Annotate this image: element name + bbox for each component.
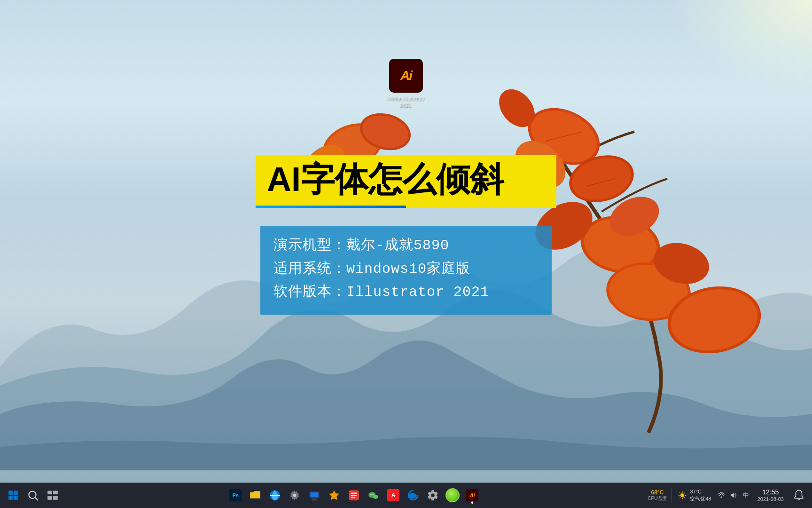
title-banner: AI字体怎么倾斜 [256, 155, 556, 208]
taskbar-illustrator-active[interactable]: Ai [463, 486, 482, 505]
clock-time-display: 12:55 [762, 488, 779, 496]
taskbar-file-explorer[interactable] [246, 486, 265, 505]
svg-rect-28 [47, 491, 52, 494]
taskbar-wechat[interactable] [364, 486, 383, 505]
svg-rect-36 [311, 492, 319, 498]
svg-point-45 [371, 494, 372, 495]
task-view-button[interactable] [43, 486, 62, 505]
svg-rect-37 [312, 500, 317, 500]
tray-divider [671, 488, 672, 502]
title-underline [256, 206, 556, 208]
cpu-temperature: 68°C CPU温度 [646, 485, 669, 505]
taskbar-system-settings[interactable] [423, 486, 442, 505]
ai-icon-inner: Ai [391, 61, 421, 91]
svg-point-44 [373, 495, 378, 499]
taskbar-app-4[interactable] [305, 486, 324, 505]
tray-language[interactable]: 中 [741, 487, 752, 504]
svg-line-27 [35, 498, 38, 500]
svg-point-26 [29, 491, 36, 498]
ai-icon-graphic: Ai [389, 59, 423, 93]
svg-rect-40 [351, 493, 357, 494]
cpu-temp-value: 68°C [651, 489, 664, 496]
svg-rect-25 [14, 496, 18, 500]
taskbar: Ps [0, 483, 812, 508]
taskbar-system-tray: 68°C CPU温度 37°C 空气优48 [646, 485, 808, 505]
svg-rect-41 [351, 495, 357, 496]
light-effect [671, 0, 812, 94]
svg-line-55 [680, 497, 681, 498]
svg-line-54 [685, 492, 686, 493]
active-indicator [471, 501, 473, 503]
svg-rect-22 [8, 491, 13, 495]
taskbar-acrobat[interactable]: A [384, 486, 403, 505]
ai-icon-text: Ai [400, 68, 412, 83]
info-line-3: 软件版本：Illustrator 2021 [273, 281, 539, 304]
system-clock[interactable]: 12:55 2021-08-03 [754, 485, 788, 505]
weather-air-quality: 空气优48 [690, 495, 711, 502]
svg-rect-30 [47, 496, 52, 500]
info-line-2: 适用系统：windows10家庭版 [273, 258, 539, 281]
title-text: AI字体怎么倾斜 [267, 160, 504, 198]
svg-point-47 [680, 493, 684, 497]
svg-rect-38 [312, 499, 318, 500]
tray-network[interactable] [716, 487, 726, 504]
svg-rect-42 [351, 497, 355, 498]
adobe-illustrator-desktop-icon[interactable]: Ai Adobe Illustrator2021 [387, 59, 425, 109]
weather-temp: 37°C [690, 488, 711, 495]
svg-rect-23 [14, 491, 18, 495]
svg-line-53 [685, 497, 686, 498]
weather-widget[interactable]: 37°C 空气优48 [675, 488, 714, 503]
info-box: 演示机型：戴尔-成就5890 适用系统：windows10家庭版 软件版本：Il… [260, 226, 552, 315]
taskbar-photoshop[interactable]: Ps [226, 486, 245, 505]
weather-info: 37°C 空气优48 [690, 488, 711, 503]
svg-rect-29 [53, 491, 58, 494]
taskbar-search[interactable] [23, 486, 42, 505]
taskbar-green-app[interactable] [443, 486, 462, 505]
svg-point-46 [373, 494, 374, 495]
tray-volume[interactable] [728, 487, 739, 504]
taskbar-browser-1[interactable] [265, 486, 284, 505]
notification-center[interactable] [789, 486, 808, 505]
svg-rect-56 [720, 497, 722, 498]
taskbar-settings[interactable] [285, 486, 304, 505]
clock-date-display: 2021-08-03 [757, 496, 784, 502]
language-label: 中 [743, 491, 749, 500]
svg-rect-31 [53, 496, 58, 500]
sun-icon [678, 491, 687, 500]
title-yellow-bg: AI字体怎么倾斜 [256, 155, 556, 206]
svg-line-52 [680, 492, 681, 493]
start-menu-button[interactable] [4, 486, 23, 505]
cpu-temp-label: CPU温度 [648, 496, 667, 501]
taskbar-edge[interactable] [404, 486, 422, 505]
taskbar-pinned-apps: Ps [63, 486, 645, 505]
taskbar-app-5[interactable] [325, 486, 344, 505]
svg-rect-24 [8, 496, 13, 500]
taskbar-app-6[interactable] [344, 486, 363, 505]
info-line-1: 演示机型：戴尔-成就5890 [273, 234, 539, 258]
ai-icon-label: Adobe Illustrator2021 [387, 95, 425, 109]
